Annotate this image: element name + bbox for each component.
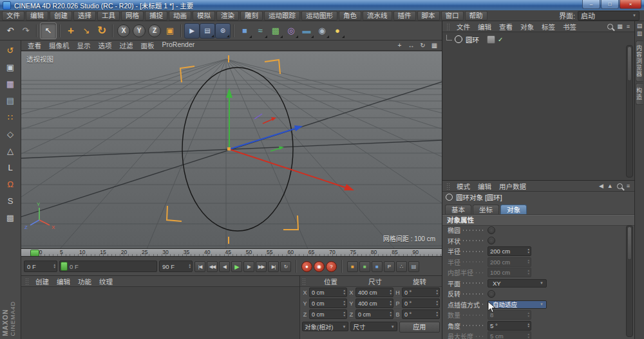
timeline-tick-55[interactable]: 55	[267, 249, 272, 255]
attribute-scrollbar[interactable]	[626, 225, 633, 337]
timeline-tick-90[interactable]: 90	[413, 249, 419, 255]
tab-object[interactable]: 对象	[500, 205, 527, 214]
workplane-icon[interactable]: ▩	[2, 210, 19, 225]
snap-icon[interactable]: Ω	[2, 176, 19, 192]
rotation-b-field[interactable]: 0 °▲▼	[402, 309, 440, 319]
dropdown-intermediate-points[interactable]: 自动适应▼	[488, 300, 547, 309]
points-mode-icon[interactable]: ∷	[2, 109, 19, 125]
stepper-radius[interactable]: ▲▼	[527, 248, 531, 254]
stepper-inner-radius[interactable]: ▲▼	[527, 270, 531, 275]
object-list[interactable]: 圆环 ✓	[442, 32, 634, 180]
play-button[interactable]: ▶	[231, 261, 242, 272]
add-generator-button[interactable]: ▩	[268, 23, 283, 39]
viewport-menu-cameras[interactable]: 摄像机	[45, 41, 73, 50]
keyframe-selection-button[interactable]: ?	[326, 261, 337, 272]
timeline-tick-50[interactable]: 50	[246, 249, 252, 255]
stepper[interactable]: ▲▼	[436, 311, 439, 317]
render-view-button[interactable]: ▶	[184, 23, 200, 39]
timeline-tick-85[interactable]: 85	[392, 249, 397, 255]
polygons-mode-icon[interactable]: △	[2, 143, 19, 158]
live-selection-tool[interactable]: ↖	[40, 23, 57, 39]
end-frame-stepper[interactable]: ▲▼	[189, 264, 192, 270]
filter-icon[interactable]: ▦	[617, 23, 623, 30]
current-frame-stepper[interactable]: ▲▼	[53, 264, 57, 270]
timeline-tick-30[interactable]: 30	[162, 249, 168, 255]
motion-system-icon[interactable]: ▤	[408, 261, 419, 272]
goto-end-button[interactable]: ▶|	[268, 261, 279, 272]
scale-tool[interactable]: ↘	[79, 23, 94, 39]
material-menu-texture[interactable]: 纹理	[95, 277, 117, 286]
side-tab-structure[interactable]: 构造	[636, 83, 643, 105]
menu-script[interactable]: 脚本	[417, 11, 440, 21]
add-camera-button[interactable]: ◉	[314, 23, 330, 39]
render-picture-viewer-button[interactable]: ▤	[200, 23, 215, 39]
current-frame-field[interactable]: 0 F ▲▼	[24, 261, 57, 272]
checkbox-ellipse[interactable]	[488, 226, 495, 234]
x-axis-lock[interactable]: X	[117, 24, 130, 37]
z-axis-lock[interactable]: Z	[148, 24, 161, 37]
timeline-tick-80[interactable]: 80	[371, 249, 377, 255]
menu-file[interactable]: 文件	[2, 11, 24, 21]
add-spline-button[interactable]: ≈	[252, 23, 268, 39]
menu-select[interactable]: 选择	[73, 11, 96, 21]
dock-icon-top[interactable]: ▤	[637, 23, 643, 29]
stepper[interactable]: ▲▼	[436, 289, 439, 295]
stepper-angle[interactable]: ▲▼	[527, 323, 531, 329]
stepper[interactable]: ▲▼	[390, 311, 393, 317]
zoom-view-icon[interactable]: ↔	[406, 41, 416, 50]
keyframe-pla-toggle[interactable]: ∴	[396, 261, 407, 272]
panel-menu-icon[interactable]: ≡	[627, 23, 630, 30]
timeline-range-slider[interactable]: 0 F	[59, 261, 157, 272]
stepper-radius-y[interactable]: ▲▼	[527, 259, 531, 265]
dock-icon-bottom[interactable]: ▥	[637, 30, 643, 37]
quantize-icon[interactable]: S	[2, 193, 19, 208]
add-cube-button[interactable]: ■	[237, 23, 252, 39]
viewport-menu-view[interactable]: 查看	[24, 41, 45, 50]
om-menu-edit[interactable]: 编辑	[474, 22, 495, 32]
object-row-circle[interactable]: 圆环 ✓	[442, 32, 634, 44]
size-x-field[interactable]: 400 cm▲▼	[355, 288, 393, 297]
material-menu-create[interactable]: 创建	[32, 277, 53, 286]
stepper-maximum-length[interactable]: ▲▼	[527, 333, 531, 339]
menu-help[interactable]: 帮助	[465, 11, 488, 21]
next-frame-button[interactable]: ▶	[243, 261, 254, 272]
timeline-tick-70[interactable]: 70	[329, 249, 335, 255]
edges-mode-icon[interactable]: ◇	[2, 126, 19, 142]
menu-pipeline[interactable]: 流水线	[363, 11, 392, 21]
timeline-tick-25[interactable]: 25	[142, 249, 147, 255]
size-y-field[interactable]: 400 cm▲▼	[355, 298, 393, 308]
scrollbar-handle[interactable]	[627, 226, 632, 260]
side-tab-content-browser[interactable]: 内容浏览器	[636, 41, 643, 82]
maximize-button[interactable]: □	[601, 0, 619, 9]
rotation-h-field[interactable]: 0 °▲▼	[402, 288, 440, 297]
minimize-button[interactable]: –	[582, 0, 600, 9]
menu-motion-tracker[interactable]: 运动跟踪	[264, 11, 300, 21]
stepper[interactable]: ▲▼	[343, 311, 346, 317]
menu-window[interactable]: 窗口	[441, 11, 464, 21]
timeline-playhead[interactable]	[30, 250, 39, 257]
field-inner-radius[interactable]: 100 cm▲▼	[488, 268, 531, 277]
menu-tools[interactable]: 工具	[97, 11, 120, 21]
am-menu-mode[interactable]: 模式	[453, 181, 474, 191]
stepper[interactable]: ▲▼	[390, 300, 393, 306]
timeline-tick-40[interactable]: 40	[204, 249, 210, 255]
position-y-field[interactable]: 0 cm▲▼	[309, 298, 347, 308]
keyframe-position-toggle[interactable]: ■	[347, 261, 358, 272]
viewport-menu-display[interactable]: 显示	[73, 41, 95, 50]
viewport-menu-panel[interactable]: 面板	[137, 41, 158, 50]
tab-coordinates[interactable]: 坐标	[473, 205, 499, 214]
apply-button[interactable]: 应用	[399, 322, 440, 333]
om-menu-tags[interactable]: 标签	[538, 22, 559, 32]
search-icon[interactable]	[617, 183, 623, 189]
menu-simulate[interactable]: 模拟	[193, 11, 215, 21]
size-mode-select[interactable]: 尺寸▼	[350, 322, 397, 331]
position-x-field[interactable]: 0 cm▲▼	[309, 288, 347, 297]
timeline-tick-60[interactable]: 60	[287, 249, 293, 255]
autokey-button[interactable]: ◉	[314, 261, 325, 272]
timeline-tick-35[interactable]: 35	[184, 249, 189, 255]
timeline-tick-20[interactable]: 20	[121, 249, 127, 255]
close-button[interactable]: ×	[620, 0, 641, 9]
axis-mode-icon[interactable]: L	[2, 160, 19, 175]
panel-grip[interactable]	[302, 278, 307, 285]
menu-render[interactable]: 渲染	[216, 11, 239, 21]
